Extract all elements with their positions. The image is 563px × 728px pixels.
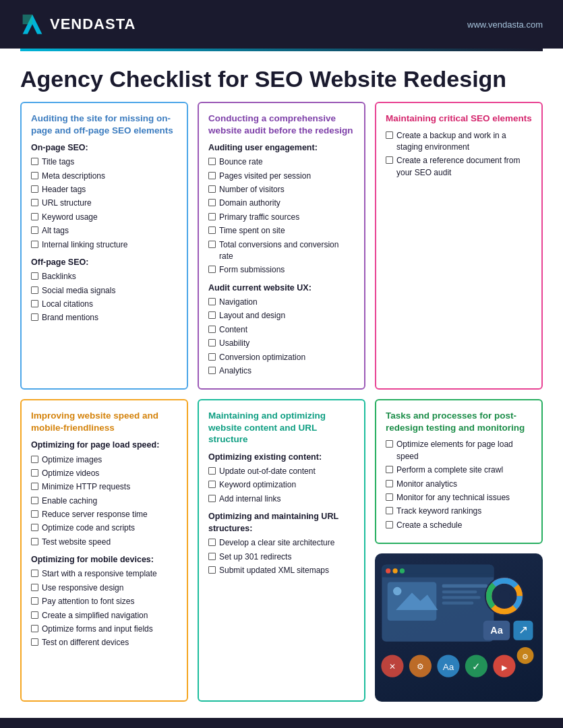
- checkbox[interactable]: [31, 538, 38, 545]
- svg-point-20: [499, 590, 510, 602]
- checkbox[interactable]: [208, 311, 216, 319]
- svg-text:✕: ✕: [389, 662, 396, 671]
- svg-rect-14: [442, 602, 474, 605]
- list-item: Track keyword rankings: [386, 506, 532, 517]
- logo-text: VENDASTA: [50, 16, 136, 33]
- checkbox[interactable]: [208, 539, 216, 546]
- list-item: Perform a complete site crawl: [386, 464, 532, 476]
- checkbox[interactable]: [208, 353, 216, 361]
- checkbox[interactable]: [31, 570, 38, 577]
- right-column: Tasks and processes for post-redesign te…: [375, 399, 543, 702]
- checkbox[interactable]: [208, 158, 216, 165]
- checkbox[interactable]: [31, 638, 38, 646]
- checkbox[interactable]: [208, 339, 216, 346]
- checkbox[interactable]: [31, 226, 38, 234]
- list-item: Internal linking structure: [31, 239, 177, 251]
- checkbox[interactable]: [208, 226, 216, 234]
- list-item: Primary traffic sources: [208, 212, 355, 223]
- checkbox[interactable]: [386, 440, 393, 448]
- svg-point-10: [393, 587, 401, 595]
- checkbox[interactable]: [386, 131, 393, 139]
- list-item: Pay attention to font sizes: [31, 596, 177, 607]
- card4-title: Improving website speed and mobile-frien…: [31, 410, 177, 433]
- checkbox[interactable]: [31, 483, 38, 490]
- list-item: Optimize elements for page load speed: [386, 439, 532, 462]
- list-item: Set up 301 redirects: [208, 551, 355, 563]
- header-url: www.vendasta.com: [467, 20, 543, 30]
- list-item: Time spent on site: [208, 225, 355, 237]
- list-item: Create a backup and work in a staging en…: [386, 130, 532, 154]
- checkbox[interactable]: [31, 625, 38, 632]
- list-item: Social media signals: [31, 285, 177, 297]
- list-item: Keyword usage: [31, 212, 177, 223]
- checkbox[interactable]: [31, 286, 38, 294]
- list-item: Develop a clear site architecture: [208, 537, 355, 549]
- checkbox[interactable]: [31, 199, 38, 206]
- checkbox[interactable]: [31, 313, 38, 321]
- card-comprehensive-audit: Conducting a comprehensive website audit…: [198, 102, 365, 390]
- checkbox[interactable]: [31, 241, 38, 248]
- checkbox[interactable]: [208, 467, 216, 475]
- checkbox[interactable]: [386, 507, 393, 514]
- list-item: Navigation: [208, 297, 355, 308]
- card2-engagement-list: Bounce rate Pages visited per session Nu…: [208, 156, 355, 276]
- list-item: Submit updated XML sitemaps: [208, 565, 355, 576]
- list-item: Create a simplified navigation: [31, 610, 177, 621]
- card3-title: Maintaining critical SEO elements: [386, 113, 532, 125]
- checkbox[interactable]: [208, 481, 216, 488]
- card2-section1: Auditing user engagement:: [208, 142, 355, 154]
- checkbox[interactable]: [31, 456, 38, 463]
- svg-text:Aa: Aa: [490, 625, 503, 636]
- checkbox[interactable]: [208, 326, 216, 333]
- list-item: Pages visited per session: [208, 171, 355, 182]
- checkbox[interactable]: [208, 213, 216, 220]
- checkbox[interactable]: [208, 172, 216, 179]
- checkbox[interactable]: [31, 510, 38, 518]
- card1-onpage-list: Title tags Meta descriptions Header tags…: [31, 156, 177, 251]
- footer: VENDASTA www.vendasta.com 1-855-955-6650…: [0, 718, 563, 728]
- checkbox[interactable]: [208, 553, 216, 560]
- card-critical-seo: Maintaining critical SEO elements Create…: [375, 102, 543, 390]
- list-item: Total conversions and conversion rate: [208, 239, 355, 263]
- list-item: Local citations: [31, 299, 177, 310]
- checkbox[interactable]: [31, 172, 38, 179]
- list-item: Add internal links: [208, 493, 355, 505]
- checkbox[interactable]: [31, 213, 38, 220]
- svg-rect-13: [442, 596, 481, 599]
- checkbox[interactable]: [31, 597, 38, 605]
- svg-rect-4: [382, 573, 494, 577]
- checkbox[interactable]: [31, 272, 38, 280]
- checkbox[interactable]: [386, 466, 393, 473]
- checkbox[interactable]: [31, 524, 38, 531]
- checkbox[interactable]: [31, 300, 38, 307]
- list-item: Update out-of-date content: [208, 466, 355, 477]
- checkbox[interactable]: [386, 493, 393, 501]
- card3-list: Create a backup and work in a staging en…: [386, 130, 532, 179]
- svg-rect-12: [442, 590, 477, 593]
- checkbox[interactable]: [208, 185, 216, 193]
- checkbox[interactable]: [31, 611, 38, 619]
- list-item: Start with a responsive template: [31, 568, 177, 580]
- list-item: Layout and design: [208, 310, 355, 322]
- checkbox[interactable]: [31, 185, 38, 193]
- checkbox[interactable]: [386, 156, 393, 164]
- card4-speed-list: Optimize images Optimize videos Minimize…: [31, 454, 177, 549]
- checkbox[interactable]: [208, 566, 216, 574]
- checkbox[interactable]: [31, 584, 38, 591]
- checkbox[interactable]: [208, 367, 216, 374]
- list-item: Use responsive design: [31, 582, 177, 594]
- svg-rect-1: [23, 15, 32, 24]
- checkbox[interactable]: [208, 199, 216, 206]
- checkbox[interactable]: [31, 469, 38, 477]
- list-item: Optimize videos: [31, 468, 177, 479]
- checkbox[interactable]: [386, 521, 393, 528]
- checkbox[interactable]: [208, 241, 216, 248]
- top-cards-grid: Auditing the site for missing on-page an…: [0, 102, 563, 399]
- checkbox[interactable]: [386, 480, 393, 487]
- checkbox[interactable]: [31, 158, 38, 165]
- checkbox[interactable]: [208, 495, 216, 502]
- svg-text:⚙: ⚙: [522, 653, 529, 661]
- checkbox[interactable]: [208, 266, 216, 273]
- checkbox[interactable]: [31, 497, 38, 504]
- checkbox[interactable]: [208, 298, 216, 305]
